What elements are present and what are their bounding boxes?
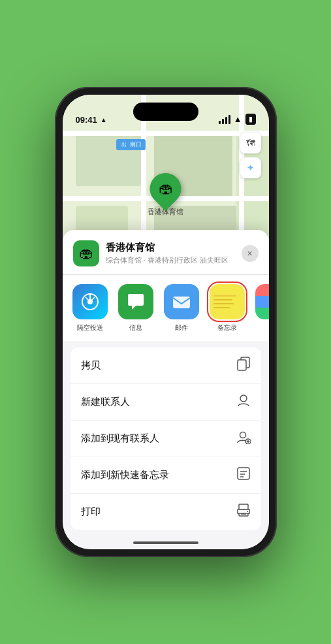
battery-icon: ▮	[245, 114, 256, 125]
dynamic-island	[133, 103, 198, 121]
map-label-text: 南口	[130, 140, 142, 149]
mail-label: 邮件	[175, 323, 188, 332]
venue-icon: 🏟	[73, 240, 99, 266]
wifi-icon: ▲	[234, 114, 242, 124]
print-label: 打印	[81, 506, 101, 518]
add-existing-icon	[236, 430, 251, 447]
svg-rect-2	[173, 297, 190, 308]
home-indicator	[133, 541, 198, 544]
share-item-messages[interactable]: 信息	[116, 284, 155, 332]
map-type-button[interactable]: 🗺	[240, 133, 261, 153]
share-item-notes[interactable]: 备忘录	[208, 284, 247, 332]
notes-lines	[210, 284, 245, 319]
menu-section: 拷贝 新建联系人	[71, 347, 261, 530]
svg-rect-4	[238, 360, 246, 370]
label-tag: 出	[120, 141, 128, 148]
sheet-info: 香港体育馆 综合体育馆 · 香港特别行政区 油尖旺区	[106, 242, 242, 265]
messages-label: 信息	[129, 323, 142, 332]
svg-rect-9	[239, 504, 248, 509]
share-item-airdrop[interactable]: 隔空投送	[71, 284, 110, 332]
messages-icon	[118, 284, 153, 319]
sheet-title: 香港体育馆	[106, 242, 242, 254]
copy-label: 拷贝	[81, 359, 101, 372]
sheet-header: 🏟 香港体育馆 综合体育馆 · 香港特别行政区 油尖旺区 ×	[63, 230, 269, 275]
map-controls: 🗺 ⌖	[240, 133, 261, 182]
svg-point-6	[240, 432, 245, 438]
print-icon	[236, 503, 251, 521]
share-item-mail[interactable]: 邮件	[162, 284, 201, 332]
location-arrow-icon: ▲	[101, 116, 107, 123]
notes-label: 备忘录	[217, 323, 237, 332]
sheet-subtitle: 综合体育馆 · 香港特别行政区 油尖旺区	[106, 255, 242, 265]
menu-item-print[interactable]: 打印	[71, 494, 261, 530]
pin-circle: 🏟	[144, 167, 188, 211]
airdrop-label: 隔空投送	[77, 323, 103, 332]
new-contact-icon	[236, 393, 251, 411]
close-button[interactable]: ×	[242, 245, 259, 262]
menu-item-add-existing[interactable]: 添加到现有联系人	[71, 421, 261, 457]
svg-point-11	[247, 511, 248, 512]
more-icon	[255, 284, 269, 319]
mail-icon	[164, 284, 199, 319]
status-icons: ▲ ▮	[219, 114, 256, 125]
new-contact-label: 新建联系人	[81, 396, 130, 408]
menu-item-new-contact[interactable]: 新建联系人	[71, 384, 261, 421]
share-item-more[interactable]: 提	[253, 284, 269, 332]
map-label: 出 南口	[116, 139, 146, 150]
add-existing-label: 添加到现有联系人	[81, 432, 159, 445]
bottom-sheet: 🏟 香港体育馆 综合体育馆 · 香港特别行政区 油尖旺区 ×	[63, 230, 269, 549]
share-row: 隔空投送 信息	[63, 275, 269, 342]
phone-screen: 09:41 ▲ ▲ ▮	[63, 95, 269, 549]
menu-item-copy[interactable]: 拷贝	[71, 347, 261, 384]
time-display: 09:41	[76, 115, 97, 125]
road-h1	[63, 131, 269, 136]
airdrop-icon	[72, 284, 108, 319]
signal-bars-icon	[219, 115, 230, 124]
menu-item-quick-note[interactable]: 添加到新快速备忘录	[71, 457, 261, 494]
status-time: 09:41 ▲	[76, 115, 107, 125]
quick-note-label: 添加到新快速备忘录	[81, 469, 169, 481]
notes-icon	[210, 284, 245, 319]
quick-note-icon	[236, 466, 251, 484]
phone-frame: 09:41 ▲ ▲ ▮	[55, 87, 277, 557]
svg-rect-8	[238, 468, 249, 479]
pin-icon: 🏟	[153, 176, 179, 202]
location-pin: 🏟 香港体育馆	[148, 173, 183, 217]
svg-point-5	[240, 395, 247, 402]
location-button[interactable]: ⌖	[240, 157, 261, 178]
copy-icon	[236, 357, 251, 374]
